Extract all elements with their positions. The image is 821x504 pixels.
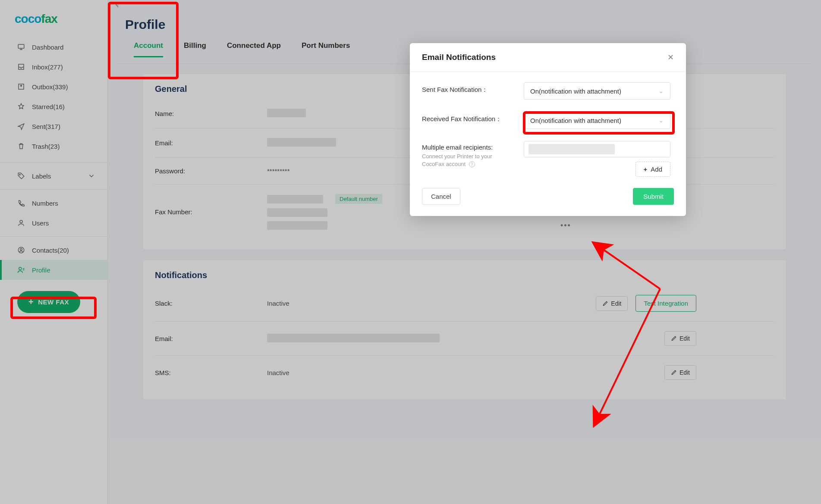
recipients-label: Multiple email recipients: (422, 141, 517, 151)
row-received-notif: Received Fax Notification： On(notificati… (422, 112, 674, 129)
sent-notif-value: On(notification with attachment) (530, 88, 621, 95)
sent-notif-select[interactable]: On(notification with attachment) ⌄ (524, 82, 670, 100)
modal-header: Email Notifications ✕ (410, 43, 686, 72)
chevron-down-icon: ⌄ (658, 87, 664, 95)
add-label: Add (651, 166, 662, 173)
cancel-label: Cancel (431, 193, 451, 200)
sent-notif-label: Sent Fax Notification： (422, 82, 517, 94)
add-recipient-button[interactable]: + Add (635, 162, 670, 177)
row-recipients: Multiple email recipients: Connect your … (422, 141, 674, 177)
received-notif-value: On(notification with attachment) (530, 117, 621, 124)
plus-icon: + (644, 166, 648, 173)
chevron-down-icon: ⌄ (658, 116, 664, 124)
row-sent-notif: Sent Fax Notification： On(notification w… (422, 82, 674, 100)
email-notifications-modal: Email Notifications ✕ Sent Fax Notificat… (410, 43, 686, 216)
modal-body: Sent Fax Notification： On(notification w… (410, 72, 686, 184)
recipients-help-1: Connect your Printer to your (422, 153, 492, 160)
submit-button[interactable]: Submit (633, 188, 674, 205)
recipient-chip-redacted (528, 144, 615, 154)
modal-close-button[interactable]: ✕ (667, 53, 674, 62)
close-icon: ✕ (667, 53, 674, 62)
cancel-button[interactable]: Cancel (422, 188, 460, 205)
recipients-help: Connect your Printer to your CocoFax acc… (422, 153, 517, 168)
received-notif-select[interactable]: On(notification with attachment) ⌄ (524, 112, 670, 129)
received-notif-label: Received Fax Notification： (422, 112, 517, 123)
submit-label: Submit (643, 193, 664, 200)
recipients-help-2: CocoFax account (422, 161, 466, 167)
modal-footer: Cancel Submit (410, 184, 686, 216)
help-icon[interactable]: ? (469, 161, 475, 167)
recipients-input[interactable] (524, 141, 670, 157)
modal-title: Email Notifications (422, 53, 496, 62)
